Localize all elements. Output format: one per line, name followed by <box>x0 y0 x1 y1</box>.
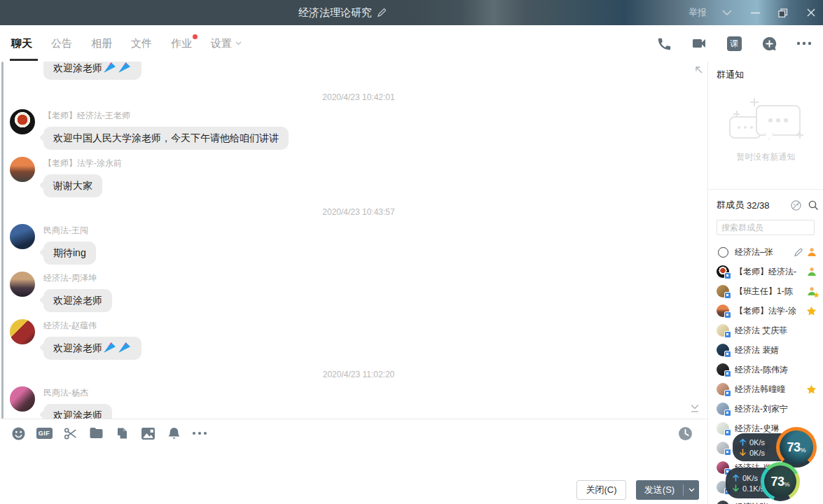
message-bubble[interactable]: 谢谢大家 <box>43 174 102 197</box>
member-name: 经济法韩曈曈 <box>735 384 803 396</box>
close-button[interactable] <box>803 5 819 20</box>
send-button[interactable]: 发送(S) <box>636 480 699 500</box>
member-avatar[interactable] <box>717 265 729 278</box>
close-chat-button[interactable]: 关闭(C) <box>576 480 626 500</box>
message-bubble[interactable]: 欢迎中国人民大学涂老师，今天下午请他给咱们讲讲 <box>43 127 289 150</box>
upload-arrow-icon <box>740 438 746 446</box>
scroll-to-bottom-icon[interactable] <box>689 403 700 414</box>
search-members-icon[interactable] <box>808 200 819 211</box>
sender-name[interactable]: 【老师】法学-涂永前 <box>43 158 122 169</box>
message-bubble[interactable]: 欢迎涂老师 <box>43 337 141 360</box>
member-row[interactable]: 经济法韩曈曈 <box>708 379 823 399</box>
tab-label: 相册 <box>91 37 112 50</box>
message-bubble[interactable]: 欢迎涂老师 <box>43 289 112 312</box>
video-call-icon[interactable] <box>690 34 708 52</box>
tab-公告[interactable]: 公告 <box>51 37 72 50</box>
member-name: 【老师】经济法- <box>735 266 804 278</box>
chevron-down-icon <box>235 41 242 46</box>
notification-bell-icon[interactable] <box>165 425 182 442</box>
search-members-input[interactable] <box>717 220 815 235</box>
message-history-icon[interactable] <box>677 425 693 442</box>
anonymous-icon[interactable] <box>790 200 802 211</box>
shake-window-icon[interactable] <box>113 425 130 442</box>
sender-name[interactable]: 民商法-杨杰 <box>43 387 112 399</box>
chat-message: 民商法-杨杰欢迎涂老师 <box>10 386 707 419</box>
avatar[interactable] <box>10 157 35 182</box>
member-avatar[interactable] <box>717 383 729 396</box>
member-row[interactable]: 经济法–张 <box>708 242 823 262</box>
tab-label: 作业 <box>171 37 192 50</box>
member-avatar[interactable] <box>717 285 729 298</box>
no-notifications-text: 暂时没有新通知 <box>708 151 823 163</box>
tab-聊天[interactable]: 聊天 <box>11 37 32 50</box>
sender-name[interactable]: 民商法-王闯 <box>43 225 96 237</box>
tab-作业[interactable]: 作业 <box>171 37 192 50</box>
course-icon[interactable]: 课 <box>725 34 743 52</box>
voice-call-icon[interactable] <box>655 34 673 52</box>
member-avatar[interactable] <box>717 402 729 415</box>
edit-group-name-icon[interactable] <box>377 8 387 18</box>
group-admin-icon <box>807 267 817 276</box>
member-name: 经济法-刘家宁 <box>735 403 823 415</box>
edit-nickname-icon[interactable] <box>794 248 803 257</box>
member-row[interactable]: 经济法-陈伟涛 <box>708 360 823 379</box>
online-device-badge <box>724 312 731 318</box>
member-avatar[interactable] <box>717 344 729 356</box>
gif-icon-label: GIF <box>36 428 53 439</box>
net-speed-overlay-2[interactable]: 0K/s 0.1K/s 73 % <box>726 461 817 504</box>
member-row[interactable]: 经济法 艾庆菲 <box>708 321 823 340</box>
percent-sign: % <box>784 481 790 488</box>
member-avatar[interactable] <box>717 324 729 337</box>
member-avatar[interactable] <box>717 304 729 317</box>
member-row[interactable]: 经济法-刘家宁 <box>708 399 823 419</box>
tab-文件[interactable]: 文件 <box>131 37 152 50</box>
actionbar: 课 <box>655 25 813 62</box>
member-avatar[interactable] <box>717 442 729 454</box>
message-bubble[interactable]: 期待ing <box>43 241 96 265</box>
screenshot-icon[interactable] <box>62 425 78 442</box>
members-count: 32/38 <box>747 200 770 211</box>
message-bubble[interactable]: 欢迎涂老师 <box>43 404 112 419</box>
more-actions-icon[interactable] <box>795 34 813 52</box>
member-avatar[interactable] <box>717 363 729 376</box>
member-row[interactable]: 经济法 裴婧 <box>708 340 823 360</box>
party-popper-emoji <box>118 342 130 353</box>
avatar[interactable] <box>10 386 35 412</box>
chat-message-list[interactable]: 欢迎涂老师2020/4/23 10:42:01【老师】经济法-王老师欢迎中国人民… <box>0 62 707 419</box>
toolbar-more-icon[interactable] <box>191 425 208 442</box>
report-button[interactable]: 举报 <box>689 6 707 19</box>
members-title: 群成员 <box>717 199 744 211</box>
gif-icon[interactable]: GIF <box>36 425 53 442</box>
avatar[interactable] <box>10 319 35 344</box>
sender-name[interactable]: 【老师】经济法-王老师 <box>43 110 289 122</box>
boost-ring[interactable]: 73 % <box>761 462 800 501</box>
window-titlebar[interactable]: 经济法理论研究 举报 <box>0 0 823 25</box>
collapse-panel-icon[interactable] <box>693 64 703 74</box>
send-file-icon[interactable] <box>88 425 104 442</box>
member-avatar[interactable] <box>718 247 728 258</box>
tab-设置[interactable]: 设置 <box>211 37 242 50</box>
star-badge-icon <box>813 292 819 298</box>
tab-相册[interactable]: 相册 <box>91 37 112 50</box>
avatar[interactable] <box>10 224 35 249</box>
add-bubble-icon[interactable] <box>760 34 778 52</box>
chevron-down-icon[interactable] <box>719 5 735 20</box>
member-row[interactable]: 【班主任】1-陈 <box>708 281 823 301</box>
minimize-button[interactable] <box>747 5 763 20</box>
member-row[interactable]: 【老师】法学-涂 <box>708 301 823 321</box>
member-name: 【班主任】1-陈 <box>735 286 804 298</box>
send-options-chevron-icon[interactable] <box>684 488 699 492</box>
restore-window-button[interactable] <box>775 5 791 20</box>
window-controls: 举报 <box>689 0 819 25</box>
star-badge-icon <box>806 384 817 395</box>
send-picture-icon[interactable] <box>139 425 156 442</box>
sender-name[interactable]: 经济法-周泽坤 <box>43 272 112 284</box>
avatar[interactable] <box>10 272 35 297</box>
member-row[interactable]: 【老师】经济法- <box>708 262 823 281</box>
avatar[interactable] <box>10 109 35 134</box>
sender-name[interactable]: 经济法-赵蕴伟 <box>43 320 141 332</box>
message-bubble[interactable]: 欢迎涂老师 <box>43 62 141 80</box>
chat-message-continuation: 欢迎涂老师 <box>10 62 707 83</box>
member-avatar[interactable] <box>717 422 729 435</box>
emoji-icon[interactable] <box>10 425 27 442</box>
